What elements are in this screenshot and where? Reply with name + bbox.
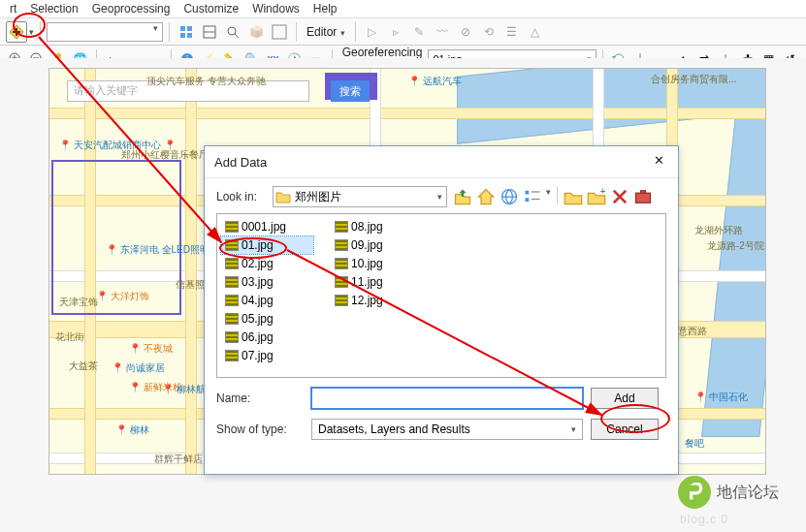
search-window-icon[interactable] xyxy=(222,21,243,43)
python-window-icon[interactable] xyxy=(269,21,290,43)
file-item[interactable]: 08.jpg xyxy=(331,218,423,235)
file-item[interactable]: 01.jpg xyxy=(221,236,313,254)
map-poi-label: 📍 大洋灯饰 xyxy=(96,290,149,303)
map-poi-label: 大益茶 xyxy=(69,360,98,373)
map-poi-label: 合创房务商贸有限... xyxy=(651,73,736,86)
menu-item[interactable]: Windows xyxy=(252,2,300,16)
svg-rect-4 xyxy=(187,26,192,31)
editor-dropdown[interactable]: Editor ▾ xyxy=(303,25,349,39)
file-item[interactable]: 03.jpg xyxy=(221,273,313,291)
map-poi-label: 📍 东泽河电 全LED照明 xyxy=(106,243,210,257)
svg-text:+: + xyxy=(600,187,606,197)
edit-vertex-icon: ▹ xyxy=(385,21,406,43)
file-item[interactable]: 02.jpg xyxy=(221,255,313,272)
svg-line-10 xyxy=(235,34,239,38)
map-poi-label: 📍 尚诚家居 xyxy=(112,361,165,375)
raster-icon xyxy=(225,331,239,343)
menu-item[interactable]: Selection xyxy=(30,2,78,16)
raster-icon xyxy=(225,276,239,288)
svg-rect-26 xyxy=(526,198,530,202)
raster-icon xyxy=(225,221,239,233)
dropdown-icon[interactable]: ▾ xyxy=(29,27,34,37)
raster-icon xyxy=(335,221,348,233)
menu-item[interactable]: Customize xyxy=(183,2,239,16)
editor-toolbar-icon[interactable] xyxy=(176,21,197,43)
split-icon: ⊘ xyxy=(455,21,476,43)
raster-icon xyxy=(335,258,348,269)
raster-icon xyxy=(335,239,348,251)
raster-icon xyxy=(225,258,239,269)
add-data-button[interactable] xyxy=(6,21,27,43)
add-button[interactable]: Add xyxy=(591,388,659,409)
connect-folder-icon[interactable]: + xyxy=(587,187,606,206)
file-item[interactable]: 05.jpg xyxy=(221,310,313,328)
menu-item[interactable]: rt xyxy=(10,2,16,16)
svg-rect-25 xyxy=(526,191,530,195)
dialog-title: Add Data xyxy=(214,155,267,170)
raster-icon xyxy=(335,295,348,306)
file-item[interactable]: 04.jpg xyxy=(221,292,313,309)
rotate-icon: ⟲ xyxy=(478,21,500,43)
catalog-window-icon[interactable] xyxy=(199,21,220,43)
svg-rect-3 xyxy=(180,26,185,31)
scale-combo[interactable]: ▾ xyxy=(47,22,163,42)
svg-rect-33 xyxy=(641,191,646,194)
file-item[interactable]: 11.jpg xyxy=(331,273,423,291)
svg-rect-11 xyxy=(273,25,286,39)
lookin-label: Look in: xyxy=(216,190,267,203)
menubar: rt Selection Geoprocessing Customize Win… xyxy=(0,0,806,18)
toolbox-icon: 📦 xyxy=(245,21,267,43)
lookin-combo[interactable]: 郑州图片 ▾ xyxy=(273,186,447,207)
file-item[interactable]: 0001.jpg xyxy=(221,218,313,235)
attributes-icon: ☰ xyxy=(501,21,523,43)
watermark-url: blog.c 0 xyxy=(680,513,728,526)
map-poi-label: 📍 柳林 xyxy=(115,423,149,437)
home-icon[interactable] xyxy=(476,187,496,206)
list-view-icon[interactable] xyxy=(523,187,542,206)
type-label: Show of type: xyxy=(216,422,304,436)
map-search-button[interactable]: 搜索 xyxy=(331,80,370,102)
map-poi-label: 群辉干鲜店 xyxy=(154,453,203,466)
map-poi-label: 顶尖汽车服务 专营大众奔驰 xyxy=(146,75,266,88)
map-poi-label: 龙源路-2号院 xyxy=(707,239,764,253)
svg-rect-6 xyxy=(187,33,192,38)
up-one-level-icon[interactable] xyxy=(453,187,472,206)
file-list[interactable]: 0001.jpg01.jpg02.jpg03.jpg04.jpg05.jpg06… xyxy=(216,213,666,378)
view-dropdown-icon[interactable]: ▾ xyxy=(546,187,551,206)
type-combo[interactable]: Datasets, Layers and Results▾ xyxy=(311,419,583,440)
raster-icon xyxy=(225,350,239,361)
folder-icon xyxy=(275,190,291,203)
map-poi-label: 龙湖外环路 xyxy=(694,224,743,237)
file-item[interactable]: 10.jpg xyxy=(331,255,423,272)
map-poi-label: 郑州小红樱音乐餐厅 xyxy=(121,148,209,162)
svg-rect-32 xyxy=(636,193,651,203)
connections-icon[interactable] xyxy=(500,187,519,206)
close-icon[interactable]: ✕ xyxy=(649,152,668,172)
file-item[interactable]: 12.jpg xyxy=(331,292,423,309)
menu-item[interactable]: Geoprocessing xyxy=(92,2,171,16)
raster-icon xyxy=(225,313,239,325)
name-label: Name: xyxy=(216,391,304,405)
edit-tool-icon: ▷ xyxy=(362,21,383,43)
raster-icon xyxy=(225,295,239,306)
svg-point-9 xyxy=(228,27,236,35)
raster-icon xyxy=(335,276,348,288)
toolbar-standard: ▾ ▾ 📦 Editor ▾ ▷ ▹ ✎ 〰 ⊘ ⟲ ☰ △ xyxy=(0,18,806,46)
delete-icon[interactable] xyxy=(610,187,629,206)
cut-polygon-icon: ✎ xyxy=(408,21,430,43)
add-data-dialog: Add Data ✕ Look in: 郑州图片 ▾ ▾ + xyxy=(204,145,679,475)
file-item[interactable]: 07.jpg xyxy=(221,347,313,364)
reshape-icon: 〰 xyxy=(432,21,453,43)
file-item[interactable]: 09.jpg xyxy=(331,236,423,254)
name-input[interactable] xyxy=(311,388,583,409)
new-folder-icon[interactable] xyxy=(564,187,583,206)
map-poi-label: 天津宝饰 xyxy=(59,296,98,309)
cancel-button[interactable]: Cancel xyxy=(591,419,659,440)
toolbox-icon[interactable] xyxy=(633,187,653,206)
file-item[interactable]: 06.jpg xyxy=(221,329,313,346)
map-poi-label: 📍 不夜城 xyxy=(129,342,173,356)
svg-rect-5 xyxy=(180,33,185,38)
map-poi-label: 📍 远航汽车 xyxy=(408,75,462,88)
menu-item[interactable]: Help xyxy=(313,2,338,16)
map-poi-label: 📍 中国石化 xyxy=(694,391,748,404)
